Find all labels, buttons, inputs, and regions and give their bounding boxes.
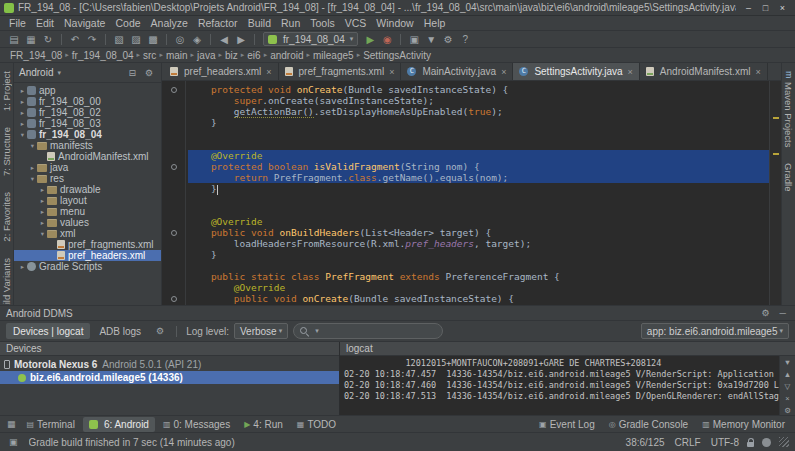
tree-item-fr-194-08-04[interactable]: ▾fr_194_08_04: [14, 129, 161, 140]
breadcrumb-item-java[interactable]: java: [195, 50, 217, 61]
encoding-indicator[interactable]: UTF-8: [711, 437, 739, 448]
copy-icon[interactable]: ▨: [128, 32, 144, 46]
chevron-right-icon[interactable]: ▸: [38, 184, 47, 195]
chevron-down-icon[interactable]: ▾: [18, 129, 27, 140]
close-icon[interactable]: ×: [755, 67, 760, 77]
tab-settingsactivity-java[interactable]: CSettingsActivity.java×: [513, 63, 639, 80]
tree-item-java[interactable]: ▸java: [14, 162, 161, 173]
menu-edit[interactable]: Edit: [31, 17, 59, 29]
menu-vcs[interactable]: VCS: [340, 17, 372, 29]
minimize-button[interactable]: –: [740, 2, 757, 14]
tab-androidmanifest-xml[interactable]: AndroidManifest.xml×: [640, 63, 768, 80]
warning-stripe-mark[interactable]: [773, 117, 779, 119]
tree-item-manifests[interactable]: ▾manifests: [14, 140, 161, 151]
close-button[interactable]: ×: [774, 2, 791, 14]
tree-item-fr-194-08-02[interactable]: ▸fr_194_08_02: [14, 107, 161, 118]
tree-item-layout[interactable]: ▸layout: [14, 195, 161, 206]
editor-scrollbar[interactable]: [769, 81, 781, 305]
toolwindow-tab-gradle-console[interactable]: ◎Gradle Console: [603, 417, 694, 432]
tab-pref-headers-xml[interactable]: pref_headers.xml×: [164, 63, 279, 80]
settings-icon[interactable]: ⚙: [440, 32, 456, 46]
debug-button[interactable]: ◉: [379, 32, 395, 46]
status-message[interactable]: Gradle build finished in 7 sec (14 minut…: [29, 437, 618, 448]
tool-stripe-7-structure[interactable]: 7: Structure: [1, 119, 12, 184]
log-level-select[interactable]: Verbose ▾: [234, 323, 288, 339]
close-icon[interactable]: ×: [266, 67, 271, 77]
toolwindow-tab-terminal[interactable]: ▤Terminal: [21, 417, 81, 432]
caret-position-indicator[interactable]: 38:6/125: [626, 437, 665, 448]
lock-icon[interactable]: [747, 438, 754, 447]
help-icon[interactable]: ?: [457, 32, 473, 46]
forward-icon[interactable]: ▶: [233, 32, 249, 46]
chevron-down-icon[interactable]: ▾: [38, 228, 47, 239]
tree-item-app[interactable]: ▸app: [14, 85, 161, 96]
device-row-biz-ei6-android-mileage5-14336[interactable]: biz.ei6.android.mileage5 (14336): [0, 371, 339, 384]
paste-icon[interactable]: ▩: [145, 32, 161, 46]
breadcrumb-item-biz[interactable]: biz: [223, 50, 240, 61]
tree-item-res[interactable]: ▾res: [14, 173, 161, 184]
breadcrumb-item-fr-194-08-04[interactable]: fr_194_08_04: [70, 50, 136, 61]
tree-item-values[interactable]: ▸values: [14, 217, 161, 228]
breadcrumb-item-settingsactivity[interactable]: SettingsActivity: [361, 50, 433, 61]
maximize-button[interactable]: □: [757, 2, 774, 14]
scroll-up-icon[interactable]: ▲: [782, 370, 794, 379]
clear-log-icon[interactable]: ×: [782, 394, 794, 403]
collapse-all-icon[interactable]: ⊟: [125, 68, 139, 78]
menu-build[interactable]: Build: [243, 17, 276, 29]
sdk-manager-icon[interactable]: ▼: [423, 32, 439, 46]
logcat-output[interactable]: 12012015+MONTFAUCON+208091+GARE DE CHART…: [340, 356, 779, 415]
line-separator-indicator[interactable]: CRLF: [675, 437, 701, 448]
chevron-right-icon[interactable]: ▸: [38, 217, 47, 228]
chevron-right-icon[interactable]: ▸: [18, 118, 27, 129]
gear-icon[interactable]: ⚙: [142, 68, 156, 78]
menu-refactor[interactable]: Refactor: [193, 17, 243, 29]
menu-help[interactable]: Help: [419, 17, 451, 29]
breadcrumb-item-ei6[interactable]: ei6: [245, 50, 262, 61]
tree-item-fr-194-08-03[interactable]: ▸fr_194_08_03: [14, 118, 161, 129]
tree-item-gradle-scripts[interactable]: ▸Gradle Scripts: [14, 261, 161, 272]
tree-item-androidmanifest-xml[interactable]: AndroidManifest.xml: [14, 151, 161, 162]
tree-item-pref-fragments-xml[interactable]: pref_fragments.xml: [14, 239, 161, 250]
replace-icon[interactable]: ◈: [189, 32, 205, 46]
find-icon[interactable]: ◎: [172, 32, 188, 46]
menu-navigate[interactable]: Navigate: [59, 17, 110, 29]
run-configuration-select[interactable]: fr_194_08_04▾: [263, 32, 358, 46]
breadcrumb-item-src[interactable]: src: [141, 50, 158, 61]
breadcrumb-item-mileage5[interactable]: mileage5: [311, 50, 356, 61]
chevron-right-icon[interactable]: ▸: [38, 195, 47, 206]
chevron-right-icon[interactable]: ▸: [28, 162, 37, 173]
tree-item-drawable[interactable]: ▸drawable: [14, 184, 161, 195]
close-icon[interactable]: ×: [389, 67, 394, 77]
menu-run[interactable]: Run: [276, 17, 305, 29]
device-row-motorola-nexus-6[interactable]: Motorola Nexus 6Android 5.0.1 (API 21): [0, 358, 339, 371]
breadcrumb-item-android[interactable]: android: [268, 50, 305, 61]
chevron-right-icon[interactable]: ▸: [18, 107, 27, 118]
sync-icon[interactable]: ↻: [40, 32, 56, 46]
tree-item-xml[interactable]: ▾xml: [14, 228, 161, 239]
tab-pref-fragments-xml[interactable]: pref_fragments.xml×: [279, 63, 402, 80]
logcat-search-input[interactable]: ▾: [293, 323, 443, 339]
chevron-right-icon[interactable]: ▸: [38, 206, 47, 217]
menu-file[interactable]: File: [4, 17, 31, 29]
toolwindow-tab-memory-monitor[interactable]: ▥Memory Monitor: [696, 417, 791, 432]
tool-stripe-maven-projects[interactable]: mMaven Projects: [783, 63, 794, 155]
ddms-tab-adb-logs[interactable]: ADB logs: [92, 323, 148, 339]
search-history-icon[interactable]: ▾: [315, 327, 319, 335]
redo-icon[interactable]: ↷: [84, 32, 100, 46]
gear-icon[interactable]: ⚙: [759, 308, 773, 318]
background-tasks-icon[interactable]: ▣: [6, 437, 21, 447]
open-icon[interactable]: ▤: [6, 32, 22, 46]
hide-panel-icon[interactable]: ─: [777, 308, 789, 318]
toolwindow-tab-event-log[interactable]: ▣Event Log: [533, 417, 601, 432]
close-icon[interactable]: ×: [501, 67, 506, 77]
tool-stripe-2-favorites[interactable]: 2: Favorites: [1, 184, 12, 250]
breadcrumb-item-fr-194-08[interactable]: FR_194_08: [8, 50, 64, 61]
tab-mainactivity-java[interactable]: CMainActivity.java×: [401, 63, 513, 80]
warning-stripe-mark[interactable]: [773, 153, 779, 155]
app-filter-select[interactable]: app: biz.ei6.android.mileage5 ▾: [641, 323, 789, 339]
tool-stripe-1-project[interactable]: 1: Project: [1, 63, 12, 119]
scroll-to-end-icon[interactable]: ▼: [782, 358, 794, 367]
hector-icon[interactable]: [762, 438, 771, 447]
save-all-icon[interactable]: ▦: [23, 32, 39, 46]
code-editor[interactable]: protected void onCreate(Bundle savedInst…: [186, 81, 769, 305]
